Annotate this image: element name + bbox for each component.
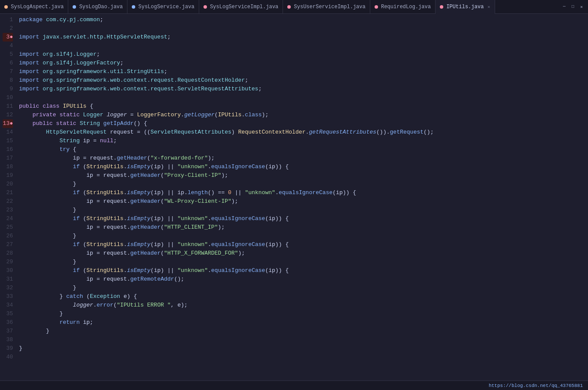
tab-label: SysLogService.java <box>138 4 194 10</box>
ln-18: 18 <box>3 163 13 171</box>
ln-11: 11 <box>3 102 13 111</box>
tab-label: SysUserServiceImpl.java <box>294 4 366 10</box>
code-line-3: import javax.servlet.http.HttpServletReq… <box>19 33 588 42</box>
ln-27: 27 <box>3 240 13 249</box>
line-numbers: 1 2 3● 4 5 6 7 8 9 10 11 12 13● 14 15 16… <box>0 14 16 380</box>
code-line-12: private static Logger logger = LoggerFac… <box>19 111 588 119</box>
ln-1: 1 <box>3 16 13 24</box>
code-line-5: import org.slf4j.Logger; <box>19 50 588 59</box>
code-line-19: ip = request.getHeader("Proxy-Client-IP"… <box>19 171 588 180</box>
tab-icon <box>203 5 207 9</box>
ln-23: 23 <box>3 206 13 214</box>
close-icon[interactable]: ✕ <box>578 4 585 10</box>
tab-icon <box>440 5 443 9</box>
ln-40: 40 <box>3 353 13 361</box>
tab-label: SysLogAspect.java <box>11 4 64 10</box>
ln-36: 36 <box>3 318 13 327</box>
code-line-38 <box>19 336 588 344</box>
tab-icon <box>375 5 378 9</box>
tab-iputils[interactable]: IPUtils.java ✕ <box>435 0 495 14</box>
ln-33: 33 <box>3 292 13 301</box>
status-url: https://blog.csdn.net/qq_43765881 <box>489 383 583 388</box>
code-line-26: } <box>19 232 588 240</box>
tab-label: RequiredLog.java <box>381 4 431 10</box>
ln-29: 29 <box>3 258 13 266</box>
code-line-8: import org.springframework.web.context.r… <box>19 76 588 85</box>
tab-close-icon[interactable]: ✕ <box>488 4 490 10</box>
code-line-31: ip = request.getRemoteAddr(); <box>19 275 588 284</box>
code-line-34: logger.error("IPUtils ERROR ", e); <box>19 301 588 310</box>
ln-6: 6 <box>3 59 13 67</box>
ln-28: 28 <box>3 249 13 258</box>
code-line-24: if (StringUtils.isEmpty(ip) || "unknown"… <box>19 214 588 223</box>
tab-icon <box>132 5 135 9</box>
code-line-11: public class IPUtils { <box>19 102 588 111</box>
code-line-7: import org.springframework.util.StringUt… <box>19 67 588 76</box>
code-line-6: import org.slf4j.LoggerFactory; <box>19 59 588 67</box>
ln-35: 35 <box>3 310 13 318</box>
ln-10: 10 <box>3 93 13 102</box>
ln-13: 13● <box>3 119 13 128</box>
ln-20: 20 <box>3 180 13 189</box>
code-line-28: ip = request.getHeader("HTTP_X_FORWARDED… <box>19 249 588 258</box>
code-line-18: if (StringUtils.isEmpty(ip) || "unknown"… <box>19 163 588 171</box>
ln-14: 14 <box>3 128 13 137</box>
ln-24: 24 <box>3 214 13 223</box>
code-line-22: ip = request.getHeader("WL-Proxy-Client-… <box>19 197 588 206</box>
editor-area: 1 2 3● 4 5 6 7 8 9 10 11 12 13● 14 15 16… <box>0 14 588 380</box>
code-editor[interactable]: package com.cy.pj.common; import javax.s… <box>16 14 588 380</box>
code-line-16: try { <box>19 145 588 154</box>
code-line-9: import org.springframework.web.context.r… <box>19 85 588 93</box>
ln-22: 22 <box>3 197 13 206</box>
tab-icon <box>4 5 8 9</box>
code-line-2 <box>19 24 588 33</box>
tab-syslogaspect[interactable]: SysLogAspect.java <box>0 0 68 14</box>
tab-sysuserserviceimpl[interactable]: SysUserServiceImpl.java <box>283 0 370 14</box>
code-line-13: public static String getIpAddr() { <box>19 119 588 128</box>
ln-25: 25 <box>3 223 13 232</box>
tab-icon <box>287 5 291 9</box>
ln-21: 21 <box>3 189 13 197</box>
ln-2: 2 <box>3 24 13 33</box>
code-line-17: ip = request.getHeader("x-forwarded-for"… <box>19 154 588 163</box>
tab-syslogserviceimpl[interactable]: SysLogServiceImpl.java <box>199 0 283 14</box>
ln-19: 19 <box>3 171 13 180</box>
ln-39: 39 <box>3 344 13 353</box>
code-line-4 <box>19 42 588 50</box>
code-line-25: ip = request.getHeader("HTTP_CLIENT_IP")… <box>19 223 588 232</box>
code-line-21: if (StringUtils.isEmpty(ip) || ip.length… <box>19 189 588 197</box>
code-line-35: } <box>19 310 588 318</box>
tab-label: IPUtils.java <box>446 4 483 10</box>
code-line-27: if (StringUtils.isEmpty(ip) || "unknown"… <box>19 240 588 249</box>
code-line-33: } catch (Exception e) { <box>19 292 588 301</box>
code-line-10 <box>19 93 588 102</box>
code-line-14: HttpServletRequest request = ((ServletRe… <box>19 128 588 137</box>
ln-31: 31 <box>3 275 13 284</box>
ln-4: 4 <box>3 42 13 50</box>
minimize-icon[interactable]: ─ <box>561 4 567 10</box>
ln-5: 5 <box>3 50 13 59</box>
ln-38: 38 <box>3 336 13 344</box>
code-line-29: } <box>19 258 588 266</box>
ln-12: 12 <box>3 111 13 119</box>
code-line-23: } <box>19 206 588 214</box>
tab-label: SysLogDao.java <box>79 4 123 10</box>
tab-requiredlog[interactable]: RequiredLog.java <box>370 0 435 14</box>
code-line-37: } <box>19 327 588 336</box>
ln-16: 16 <box>3 145 13 154</box>
tab-syslogservice[interactable]: SysLogService.java <box>127 0 199 14</box>
ln-37: 37 <box>3 327 13 336</box>
code-line-40 <box>19 353 588 361</box>
ln-30: 30 <box>3 266 13 275</box>
window-controls: ─ □ ✕ <box>561 4 588 10</box>
code-line-39: } <box>19 344 588 353</box>
ln-34: 34 <box>3 301 13 310</box>
ln-7: 7 <box>3 67 13 76</box>
code-line-20: } <box>19 180 588 189</box>
tab-icon <box>73 5 76 9</box>
tab-label: SysLogServiceImpl.java <box>210 4 278 10</box>
code-line-1: package com.cy.pj.common; <box>19 16 588 24</box>
maximize-icon[interactable]: □ <box>570 4 576 10</box>
ln-8: 8 <box>3 76 13 85</box>
tab-syslogdao[interactable]: SysLogDao.java <box>68 0 127 14</box>
